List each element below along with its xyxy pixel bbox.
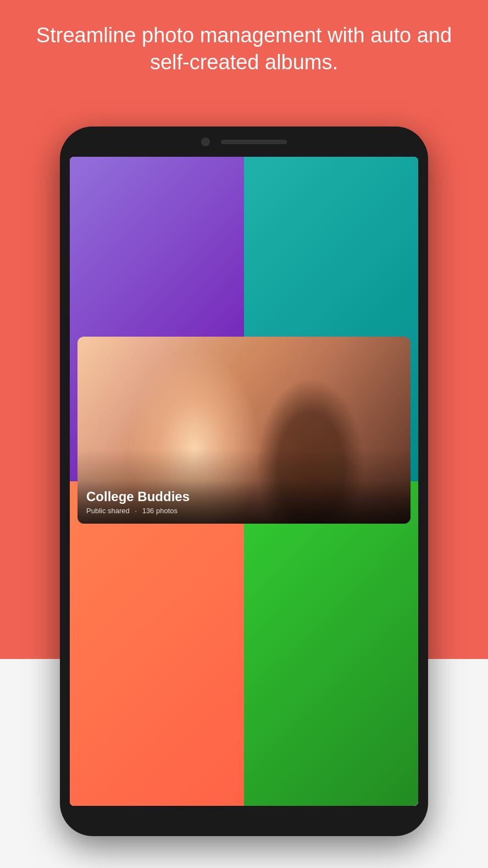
screen-content: People Places (70, 208, 418, 766)
phone-speaker (221, 140, 287, 144)
hero-tagline: Streamline photo management with auto an… (0, 22, 488, 76)
album-meta: Public shared · 136 photos (86, 507, 402, 515)
album-photo-count: 136 photos (142, 507, 178, 515)
categories-row: People Places (70, 208, 418, 337)
phone-camera (201, 138, 210, 146)
videos-photo-2 (389, 217, 406, 314)
phone-screen: 10:08 (70, 157, 418, 806)
category-videos[interactable] (389, 217, 406, 328)
album-info: College Buddies Public shared · 136 phot… (77, 480, 411, 524)
album-name: College Buddies (86, 489, 402, 504)
phone-notch (60, 127, 428, 157)
videos-grid (389, 217, 406, 314)
album-dot-separator: · (135, 507, 137, 515)
album-visibility: Public shared (86, 507, 130, 515)
phone-shell: 10:08 (60, 127, 428, 836)
featured-album-card[interactable]: College Buddies Public shared · 136 phot… (77, 337, 411, 524)
